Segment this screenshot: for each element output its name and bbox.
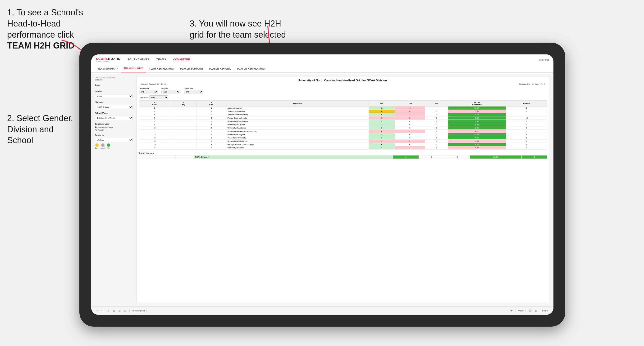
- table-row: 11 6 University of Arkansas, Fayettevill…: [139, 130, 547, 133]
- colour-level-circle: [101, 143, 104, 147]
- opponents-select[interactable]: (All): [149, 95, 168, 99]
- main-content: Last Updated: 27/03/2024 16:55:38 Team G…: [91, 73, 554, 307]
- radio-opponents[interactable]: Opponents Played: [95, 126, 133, 128]
- ood-name: NCAA Division II: [194, 156, 393, 159]
- redo-btn[interactable]: ↪: [100, 309, 104, 313]
- table-row: 6 2 Florida State University 1 2 0 1.83 …: [139, 116, 547, 120]
- eye-icon: 👁: [509, 309, 514, 313]
- table-row: 8 2 University of Washington 1 0 0 3.67 …: [139, 120, 547, 123]
- col-win: Win: [369, 101, 395, 107]
- sub-nav-team-h2h-heatmap[interactable]: TEAM H2H HEATMAP: [146, 65, 177, 72]
- filter-opponent-select[interactable]: (All): [184, 90, 203, 94]
- colour-section: Colour by Win/loss Down Level: [95, 134, 133, 149]
- ood-win: 1: [393, 156, 418, 159]
- step1-text: 1. To see a School's Head-to-Head perfor…: [7, 7, 83, 39]
- grid-panel: University of North Carolina Head-to-Hea…: [136, 76, 550, 303]
- division-label: Division: [95, 101, 133, 103]
- nav-bar: SCOREBOARD Powered by clippi TOURNAMENTS…: [91, 54, 554, 65]
- team-label: Team: [95, 84, 133, 86]
- ood-rounds: 3: [522, 156, 547, 159]
- nav-links: TOURNAMENTS TEAMS COMMITTEE: [128, 58, 538, 61]
- tablet-screen: SCOREBOARD Powered by clippi TOURNAMENTS…: [91, 54, 554, 315]
- sub-nav-player-summary[interactable]: PLAYER SUMMARY: [177, 65, 206, 72]
- grid-records: Overall Record: 89 - 17 - 0 Division Rec…: [139, 83, 547, 85]
- nav-tournaments[interactable]: TOURNAMENTS: [128, 58, 149, 61]
- gender-section: Gender Men's: [95, 90, 133, 98]
- logo-sub: Powered by clippi: [96, 61, 121, 62]
- division-section: Division NCAA Division I: [95, 101, 133, 109]
- filter-row: Conference (All) Region (All) Opponent: [139, 87, 547, 94]
- table-row: 13 1 Texas Tech University 3 0 0 5.56 9: [139, 136, 547, 140]
- table-row: 12 1 University of Virginia 1 0 0 2.33 3: [139, 133, 547, 136]
- share-btn[interactable]: Share: [540, 309, 550, 313]
- school-section: School (Rank) 1. University of Nort...: [95, 112, 133, 120]
- opponent-view-label: Opponent View: [95, 123, 133, 125]
- table-row: 3 2 Vanderbilt University 0 4 0 -2.29 8: [139, 110, 547, 113]
- overall-record: Overall Record: 89 - 17 - 0: [141, 83, 166, 85]
- table-row: 4 1 Arizona State University 5 1 0 2.29: [139, 113, 547, 116]
- out-of-division-table: NCAA Division II 1 0 0 26.00 3: [139, 155, 547, 159]
- ood-loss: 0: [418, 156, 444, 159]
- out-of-division-row: NCAA Division II 1 0 0 26.00 3: [139, 156, 547, 159]
- nav-teams[interactable]: TEAMS: [156, 58, 166, 61]
- ood-diff: 26.00: [470, 156, 522, 159]
- division-select[interactable]: NCAA Division I: [95, 105, 133, 109]
- gender-select[interactable]: Men's: [95, 94, 133, 98]
- logo-area: SCOREBOARD Powered by clippi: [96, 57, 121, 62]
- table-row: 15 4 Georgia Institute of Technology 6 0…: [139, 143, 547, 146]
- step2-text: 2. Select Gender, Division and School: [7, 113, 73, 145]
- school-select[interactable]: 1. University of Nort...: [95, 116, 133, 120]
- table-row: 2 1 Auburn University 2 1 1.67 9: [139, 107, 547, 110]
- opponent-view-section: Opponent View Opponents Played Top 100: [95, 123, 133, 131]
- paste-btn[interactable]: ⊡: [118, 309, 121, 313]
- filter-conference-select[interactable]: (All): [139, 90, 158, 94]
- watch-btn[interactable]: Watch: [516, 309, 526, 313]
- undo-btn[interactable]: ↩: [95, 309, 98, 313]
- copy-btn[interactable]: ⊞: [112, 309, 116, 313]
- sub-nav: TEAM SUMMARY TEAM H2H GRID TEAM H2H HEAT…: [91, 65, 554, 73]
- filter-region: Region (All): [162, 87, 180, 94]
- col-conf: #Conf: [196, 101, 226, 107]
- col-rank: #Rank: [139, 101, 170, 107]
- colour-level-label: Level: [101, 147, 105, 149]
- left-panel: Last Updated: 27/03/2024 16:55:38 Team G…: [95, 76, 133, 303]
- sub-nav-player-h2h-grid[interactable]: PLAYER H2H GRID: [206, 65, 234, 72]
- step1-bold: TEAM H2H GRID: [7, 41, 74, 50]
- filter-opponent: Opponent (All): [184, 87, 203, 94]
- sub-nav-player-h2h-heatmap[interactable]: PLAYER H2H HEATMAP: [234, 65, 268, 72]
- out-of-division-label: Out of division: [139, 152, 547, 154]
- sub-nav-team-h2h-grid[interactable]: TEAM H2H GRID: [121, 65, 146, 72]
- sub-nav-team-summary[interactable]: TEAM SUMMARY: [95, 65, 121, 72]
- school-label: School (Rank): [95, 112, 133, 114]
- grid-title: University of North Carolina Head-to-Hea…: [139, 79, 547, 82]
- team-section: Team: [95, 84, 133, 87]
- bottom-toolbar: ↩ ↪ ◁ ⊞ ⊡ ⏱ View: Original 👁 Watch 💬 ⊞ S…: [91, 307, 554, 315]
- last-updated: Last Updated: 27/03/2024 16:55:38: [95, 76, 133, 81]
- radio-top100[interactable]: Top 100: [95, 129, 133, 131]
- table-row: 14 2 University of Oklahoma 1 2 0 -1.00 …: [139, 140, 547, 143]
- col-rounds: Rounds: [506, 101, 547, 107]
- filter-conference: Conference (All): [139, 87, 158, 94]
- back-btn[interactable]: ◁: [106, 309, 110, 313]
- nav-committee[interactable]: COMMITTEE: [173, 58, 190, 61]
- opponents-filter-label: Opponents: (All): [139, 95, 547, 99]
- col-tie: Tie: [425, 101, 448, 107]
- sign-out[interactable]: | Sign out: [538, 58, 549, 61]
- radio-group: Opponents Played Top 100: [95, 126, 133, 131]
- layout-btn[interactable]: ⊞: [534, 309, 538, 313]
- view-original-btn[interactable]: View: Original: [130, 309, 147, 313]
- colour-down-label: Down: [95, 147, 99, 149]
- colour-label: Colour by: [95, 134, 133, 136]
- ood-tie: 0: [444, 156, 470, 159]
- gender-label: Gender: [95, 90, 133, 93]
- colour-select[interactable]: Win/loss: [95, 138, 133, 142]
- comment-btn[interactable]: 💬: [528, 309, 532, 313]
- radio-top100-dot: [95, 129, 97, 131]
- table-row: 10 5 University of Alabama 3 0 0 2.61 8: [139, 126, 547, 130]
- filter-region-select[interactable]: (All): [162, 90, 180, 94]
- col-loss: Loss: [395, 101, 425, 107]
- colour-up-circle: [107, 143, 110, 147]
- clock-btn[interactable]: ⏱: [123, 309, 128, 313]
- filter-conference-label: Conference: [139, 87, 158, 89]
- step3-annotation: 3. You will now see H2H grid for the tea…: [190, 7, 313, 40]
